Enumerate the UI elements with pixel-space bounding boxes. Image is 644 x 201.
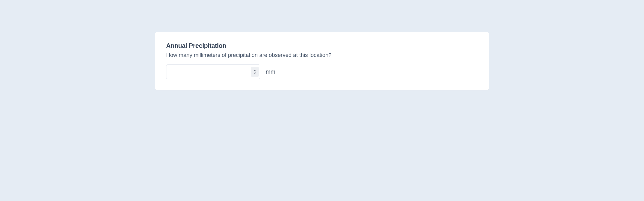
- input-row: mm: [166, 64, 478, 79]
- form-title: Annual Precipitation: [166, 42, 478, 49]
- precipitation-input[interactable]: [166, 64, 260, 79]
- chevron-up-icon: [253, 70, 256, 72]
- chevron-down-icon: [253, 72, 256, 74]
- form-card: Annual Precipitation How many millimeter…: [155, 32, 489, 90]
- form-description: How many millimeters of precipitation ar…: [166, 52, 478, 58]
- number-stepper[interactable]: [251, 67, 259, 77]
- unit-label: mm: [266, 69, 275, 75]
- number-input-wrapper: [166, 64, 260, 79]
